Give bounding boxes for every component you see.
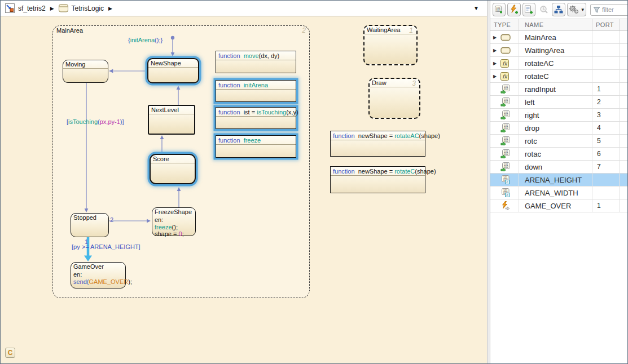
- state-moving[interactable]: Moving: [63, 60, 108, 83]
- function-initarena[interactable]: function initArena: [216, 80, 296, 102]
- default-transition-origin[interactable]: [171, 36, 174, 39]
- filter-box[interactable]: [590, 4, 628, 16]
- symbols-table-row[interactable]: ▶ 101010 drop 4: [490, 122, 628, 135]
- symbol-port: 1: [592, 199, 620, 212]
- state-newshape[interactable]: NewShape: [147, 58, 199, 83]
- symbol-name: ARENA_WIDTH: [519, 187, 592, 199]
- function-signature: function move(dx, dy): [216, 51, 296, 60]
- symbols-panel: 101010 ▼ TYPE N: [490, 1, 628, 364]
- stateflow-editor-window: sf_tetris2 ▶ TetrisLogic ▶ ▼ MainArea 2: [0, 0, 628, 364]
- filter-funnel-icon: [593, 6, 600, 14]
- svg-text:010: 010: [504, 153, 508, 156]
- function-rotatec[interactable]: function newShape = rotateC(shape): [330, 166, 425, 193]
- symbol-port: [592, 31, 620, 43]
- function-icon: fx: [500, 72, 509, 81]
- breadcrumb-arrow-icon: ▶: [108, 6, 112, 11]
- function-istouching[interactable]: function ist = isTouching(x,y): [216, 107, 296, 129]
- symbols-table-row[interactable]: ▶ WaitingArea: [490, 44, 628, 57]
- add-message-button[interactable]: [522, 3, 535, 16]
- symbol-name: MainArea: [519, 31, 592, 43]
- symbols-table-header: TYPE NAME PORT: [490, 19, 628, 31]
- data-input-icon: 101010: [500, 162, 510, 171]
- filter-input[interactable]: [602, 6, 626, 13]
- breadcrumb: sf_tetris2 ▶ TetrisLogic ▶ ▼: [1, 1, 487, 16]
- expand-arrow-icon[interactable]: ▶: [493, 74, 498, 79]
- symbol-port: [592, 44, 620, 56]
- symbols-table-row[interactable]: ▶ 101010 right 3: [490, 109, 628, 122]
- settings-menu-button[interactable]: ▼: [567, 3, 586, 16]
- symbol-name: drop: [519, 122, 592, 134]
- svg-text:010: 010: [504, 127, 508, 130]
- symbols-table-row[interactable]: ▶ 101010 down 7: [490, 161, 628, 174]
- function-freeze[interactable]: function freeze: [216, 135, 296, 158]
- state-title: FreezeShape: [152, 208, 195, 216]
- expand-arrow-icon[interactable]: ▶: [493, 48, 498, 53]
- symbols-table-row[interactable]: ▶ fx rotateAC: [490, 57, 628, 70]
- function-icon: fx: [500, 59, 509, 68]
- symbols-table-row[interactable]: ▶ 101010c ARENA_WIDTH: [490, 187, 628, 199]
- symbol-name: randInput: [519, 83, 592, 95]
- transition-label-istouching[interactable]: [isTouching(px,py-1)]: [67, 118, 124, 125]
- state-actions: en:freeze();shape = 0;: [152, 216, 195, 238]
- state-actions: en:send(GAME_OVER);: [71, 271, 125, 285]
- symbol-name: right: [519, 109, 592, 121]
- svg-text:fx: fx: [502, 60, 507, 66]
- transition-label-initarena[interactable]: {initArena();}: [128, 37, 163, 43]
- symbols-table-row[interactable]: ▶ 101010 rotac 6: [490, 148, 628, 161]
- symbols-table-row[interactable]: ▶ GAME_OVER 1: [490, 199, 628, 212]
- expand-arrow-icon[interactable]: ▶: [493, 61, 498, 66]
- parallel-order-number: 1: [409, 26, 413, 34]
- data-input-icon: 101010: [500, 85, 510, 94]
- state-icon: [500, 46, 511, 55]
- transition-label-pyheight[interactable]: [py >= ARENA_HEIGHT]: [72, 243, 140, 250]
- hierarchy-view-button[interactable]: [552, 3, 565, 16]
- function-rotateac[interactable]: function newShape = rotateAC(shape): [330, 131, 425, 157]
- state-title: GameOver: [71, 263, 125, 271]
- function-move[interactable]: function move(dx, dy): [216, 51, 296, 73]
- symbol-port: 5: [592, 135, 620, 147]
- symbol-port: [592, 70, 620, 82]
- breadcrumb-root[interactable]: sf_tetris2: [17, 4, 47, 13]
- symbol-port: [592, 187, 620, 199]
- svg-text:010: 010: [504, 140, 508, 143]
- symbol-name: ARENA_HEIGHT: [519, 174, 592, 186]
- state-score[interactable]: Score: [150, 154, 196, 184]
- add-event-button[interactable]: [507, 3, 520, 16]
- add-data-button[interactable]: 101010: [493, 3, 506, 16]
- trace-selection-button[interactable]: [537, 3, 550, 16]
- symbol-port: [592, 57, 620, 69]
- state-nextlevel[interactable]: NextLevel: [148, 105, 195, 135]
- expand-arrow-icon[interactable]: ▶: [493, 35, 498, 40]
- symbols-table-body: ▶ MainArea ▶ WaitingArea ▶ fx rotateAC ▶…: [490, 31, 628, 212]
- symbols-table-row[interactable]: ▶ fx rotateC: [490, 70, 628, 83]
- state-draw[interactable]: Draw 3: [368, 78, 420, 119]
- symbols-table-row[interactable]: ▶ 101010 left 2: [490, 96, 628, 109]
- data-input-icon: 101010: [500, 110, 510, 119]
- symbols-table-row[interactable]: ▶ 101010c ARENA_HEIGHT: [490, 174, 628, 187]
- symbols-table-row[interactable]: ▶ 101010 rotc 5: [490, 135, 628, 148]
- state-freezeshape[interactable]: FreezeShape en:freeze();shape = 0;: [152, 207, 196, 236]
- svg-text:c: c: [507, 180, 508, 184]
- symbol-name: rotateAC: [519, 57, 592, 69]
- transition-order-label: 2: [110, 216, 113, 223]
- symbols-table-row[interactable]: ▶ MainArea: [490, 31, 628, 44]
- stateflow-canvas[interactable]: MainArea 2: [1, 16, 487, 364]
- symbols-table-row[interactable]: ▶ 101010 randInput 1: [490, 83, 628, 96]
- svg-text:010: 010: [504, 88, 508, 91]
- state-stopped[interactable]: Stopped: [71, 213, 109, 237]
- column-header-type: TYPE: [490, 19, 519, 30]
- breadcrumb-current[interactable]: TetrisLogic: [71, 4, 105, 13]
- function-signature: function initArena: [216, 81, 296, 90]
- symbol-name: GAME_OVER: [519, 199, 592, 212]
- state-waitingarea[interactable]: WaitingArea 1: [363, 25, 418, 65]
- state-gameover[interactable]: GameOver en:send(GAME_OVER);: [71, 262, 126, 288]
- state-icon: [500, 33, 511, 42]
- symbol-name: WaitingArea: [519, 44, 592, 56]
- parallel-order-number: 3: [412, 79, 416, 87]
- svg-text:010: 010: [504, 114, 508, 117]
- state-title: Score: [151, 155, 195, 163]
- function-signature: function newShape = rotateAC(shape): [331, 131, 425, 140]
- subchart-icon: [59, 4, 68, 12]
- breadcrumb-dropdown-icon[interactable]: ▼: [473, 5, 479, 11]
- data-input-icon: 101010: [500, 136, 510, 145]
